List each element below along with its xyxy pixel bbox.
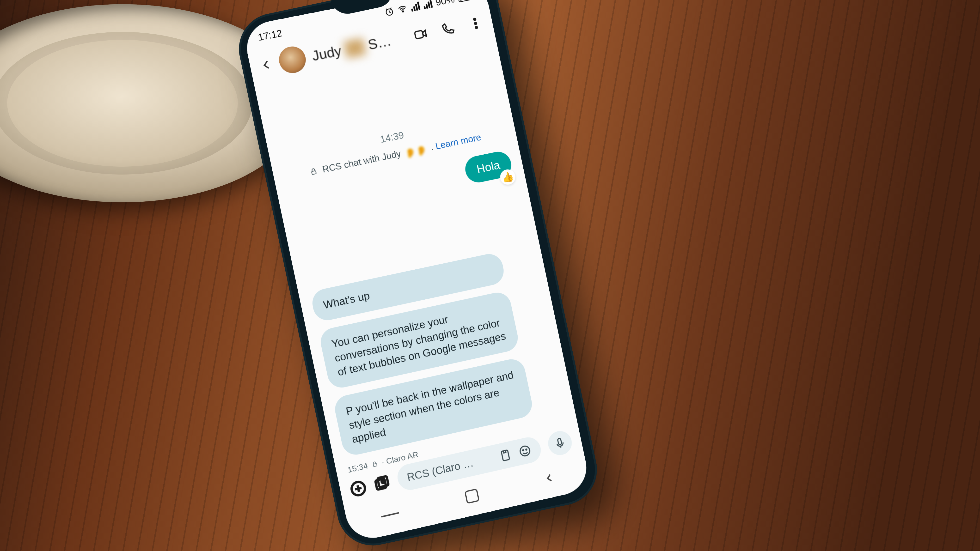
lock-icon <box>309 167 318 176</box>
contact-name[interactable]: Judy ██ S… <box>310 32 393 64</box>
signal-icon-2 <box>422 0 433 9</box>
voice-call-button[interactable] <box>439 21 457 37</box>
svg-point-11 <box>382 480 385 483</box>
recents-button[interactable] <box>381 512 399 518</box>
svg-point-15 <box>525 449 527 450</box>
redacted-text: ██ <box>343 38 366 57</box>
phone-screen: 17:12 90% Judy ██ <box>242 0 591 543</box>
add-button[interactable] <box>349 479 368 498</box>
conversation-area[interactable]: 14:39 RCS chat with Judy 👂👂 . Learn more… <box>256 42 577 472</box>
gallery-button[interactable] <box>372 474 391 493</box>
message-reaction[interactable]: 👍 <box>499 168 517 186</box>
back-button[interactable] <box>259 58 274 72</box>
home-button[interactable] <box>464 488 480 504</box>
alarm-icon <box>383 6 395 17</box>
svg-rect-10 <box>377 476 388 487</box>
more-menu-button[interactable] <box>467 15 484 32</box>
voice-input-button[interactable] <box>546 429 574 457</box>
photo-scene: 17:12 90% Judy ██ <box>0 0 980 551</box>
video-call-button[interactable] <box>412 26 429 43</box>
emoji-icon[interactable] <box>517 443 533 459</box>
svg-rect-16 <box>557 438 562 445</box>
svg-point-4 <box>474 22 477 25</box>
attach-icon[interactable] <box>498 448 513 464</box>
lock-icon <box>371 460 379 468</box>
status-time: 17:12 <box>257 28 283 43</box>
back-nav-button[interactable] <box>543 472 556 486</box>
emoji-blur: 👂👂 <box>404 144 428 159</box>
battery-icon <box>457 0 474 2</box>
svg-point-1 <box>402 11 404 12</box>
svg-rect-2 <box>415 30 424 39</box>
signal-icon <box>410 2 421 11</box>
svg-point-5 <box>475 26 478 29</box>
contact-avatar[interactable] <box>277 44 308 75</box>
svg-point-3 <box>473 18 476 21</box>
wifi-icon <box>397 3 408 15</box>
svg-point-14 <box>522 450 523 451</box>
learn-more-link[interactable]: Learn more <box>434 132 482 151</box>
battery-percent: 90% <box>434 0 455 8</box>
svg-point-13 <box>519 445 531 457</box>
phone: 17:12 90% Judy ██ <box>232 0 604 551</box>
